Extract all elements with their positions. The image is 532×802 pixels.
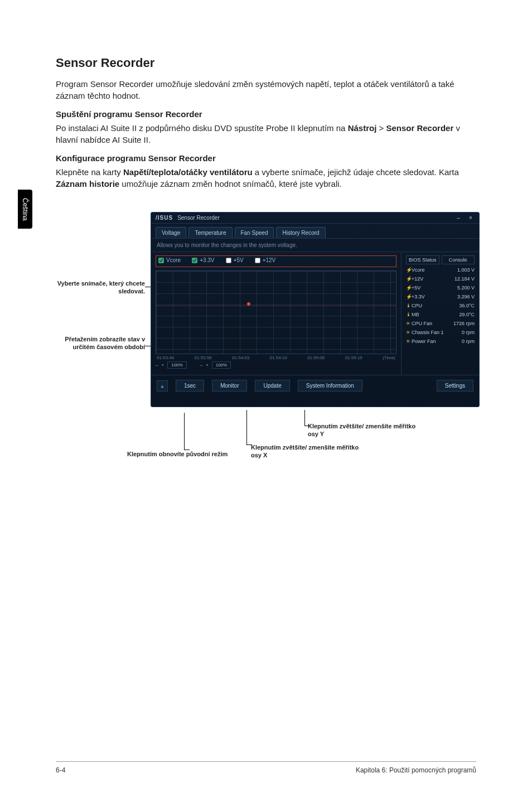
check-label: +5V — [234, 257, 244, 263]
page-title: Sensor Recorder — [56, 56, 476, 70]
fan-icon: ✳ — [406, 339, 412, 344]
page-number: 6-4 — [56, 766, 65, 774]
update-button[interactable]: Update — [255, 380, 289, 392]
config-text-b: a vyberte snímače, jejichž údaje chcete … — [253, 167, 459, 177]
tab-voltage[interactable]: Voltage — [156, 227, 186, 238]
side-tab-bios[interactable]: BIOS Status — [406, 255, 439, 264]
side-tab-console[interactable]: Console — [442, 255, 475, 264]
check-label: Vcore — [166, 257, 181, 263]
status-row: ✳Chassis Fan 10 rpm — [406, 329, 475, 336]
status-key: Power Fan — [412, 339, 436, 344]
side-language-tab: Čeština — [18, 190, 32, 229]
axis-tick: 01:55:08 — [307, 355, 325, 360]
leader-line — [184, 450, 190, 450]
thermometer-icon: 🌡 — [406, 312, 412, 317]
close-button[interactable]: × — [467, 215, 475, 221]
window-title: Sensor Recorder — [177, 215, 220, 221]
zoom-in-y-icon[interactable]: + — [206, 363, 209, 368]
app-logo-icon[interactable]: ⟁ — [157, 380, 168, 392]
status-key: +3.3V — [412, 294, 425, 299]
status-key: Vcore — [412, 267, 425, 273]
status-row: ⚡+12V12.184 V — [406, 276, 475, 282]
monitor-button[interactable]: Monitor — [212, 380, 247, 392]
page-footer: 6-4 Kapitola 6: Použití pomocných progra… — [56, 761, 476, 774]
config-bold1: Napětí/teplota/otáčky ventilátoru — [123, 167, 253, 177]
status-value: 1.003 V — [457, 267, 475, 273]
zoom-in-x-icon[interactable]: + — [161, 363, 164, 368]
chart-area: Vcore +3.3V +5V +12V 01:53:48 01:53:56 0… — [151, 252, 401, 375]
zoom-x-value: 100% — [167, 361, 186, 369]
check-5v[interactable]: +5V — [226, 257, 244, 263]
status-key: +12V — [412, 276, 423, 282]
bolt-icon: ⚡ — [406, 276, 412, 282]
status-key: +5V — [412, 285, 420, 291]
subheading-launch: Spuštění programu Sensor Recorder — [56, 109, 476, 119]
zoom-out-y-icon[interactable]: – — [200, 363, 202, 368]
zoom-y-value: 100% — [212, 361, 231, 369]
app-footer: ⟁ 1sec Monitor Update System Information… — [151, 375, 479, 396]
leader-line — [304, 410, 305, 426]
bolt-icon: ⚡ — [406, 294, 412, 299]
callout-select-sensors: Vyberte snímače, který chcete sledovat. — [56, 280, 145, 296]
launch-gt: > — [376, 123, 386, 133]
settings-button[interactable]: Settings — [437, 380, 473, 392]
axis-unit: (Time) — [383, 355, 395, 360]
status-row: 🌡MB29.0°C — [406, 311, 475, 318]
config-paragraph: Klepněte na karty Napětí/teplota/otáčky … — [56, 166, 476, 190]
callout-scale-x: Klepnutím zvětšíte/ zmenšíte měřítko osy… — [251, 444, 362, 460]
reset-interval-button[interactable]: 1sec — [176, 380, 204, 392]
axis-tick: 01:54:03 — [232, 355, 249, 360]
sensor-checkbox-row: Vcore +3.3V +5V +12V — [156, 255, 396, 267]
checkbox-icon[interactable] — [192, 258, 197, 263]
tab-fan-speed[interactable]: Fan Speed — [235, 227, 274, 238]
status-row: ⚡+5V5.200 V — [406, 284, 475, 291]
fan-icon: ✳ — [406, 321, 412, 326]
launch-tool: Nástroj — [348, 123, 377, 133]
leader-line — [246, 445, 252, 445]
screenshot-panel: /ISUS Sensor Recorder – × Voltage Temper… — [151, 212, 480, 407]
status-row: ✳Power Fan0 rpm — [406, 338, 475, 345]
brand-logo: /ISUS — [156, 215, 173, 221]
chart-grid[interactable] — [156, 270, 396, 354]
launch-paragraph: Po instalaci AI Suite II z podpůrného di… — [56, 122, 476, 146]
bolt-icon: ⚡ — [406, 267, 412, 273]
status-value: 5.200 V — [457, 285, 475, 291]
check-3v3[interactable]: +3.3V — [192, 257, 214, 263]
leader-line — [246, 410, 247, 445]
check-vcore[interactable]: Vcore — [158, 257, 181, 263]
config-text-c: umožňuje záznam změn hodnot snímačů, kte… — [119, 179, 342, 189]
minimize-button[interactable]: – — [454, 215, 462, 221]
checkbox-icon[interactable] — [255, 258, 260, 263]
launch-text-a: Po instalaci AI Suite II z podpůrného di… — [56, 123, 348, 133]
x-axis-labels: 01:53:48 01:53:56 01:54:03 01:54:10 01:5… — [156, 354, 396, 360]
status-value: 12.184 V — [454, 276, 475, 282]
tab-bar: Voltage Temperature Fan Speed History Re… — [151, 224, 479, 238]
checkbox-icon[interactable] — [226, 258, 231, 263]
status-row: ⚡+3.3V3.296 V — [406, 293, 475, 300]
config-text-a: Klepněte na karty — [56, 167, 123, 177]
thermometer-icon: 🌡 — [406, 303, 412, 308]
launch-sensor-recorder: Sensor Recorder — [386, 123, 453, 133]
status-value: 0 rpm — [462, 330, 475, 335]
status-value: 0 rpm — [462, 339, 475, 344]
chart-series-line — [156, 306, 396, 306]
status-sidebar: BIOS Status Console ⚡Vcore1.003 V ⚡+12V1… — [401, 252, 479, 375]
tab-temperature[interactable]: Temperature — [188, 227, 232, 238]
status-key: MB — [412, 312, 419, 317]
status-key: CPU Fan — [412, 321, 432, 326]
tab-history-record[interactable]: History Record — [276, 227, 325, 238]
leader-line — [304, 426, 310, 426]
check-12v[interactable]: +12V — [255, 257, 276, 263]
callout-drag-period: Přetažením zobrazíte stav v určitém časo… — [56, 336, 145, 351]
status-key: Chassis Fan 1 — [412, 330, 444, 335]
leader-line — [184, 413, 185, 450]
fan-icon: ✳ — [406, 330, 412, 335]
hint-text: Allows you to monitor the changes in the… — [151, 238, 479, 252]
config-bold2: Záznam historie — [56, 179, 119, 189]
system-info-button[interactable]: System Information — [298, 380, 362, 392]
bolt-icon: ⚡ — [406, 285, 412, 291]
axis-tick: 01:53:56 — [195, 355, 212, 360]
zoom-out-x-icon[interactable]: – — [156, 363, 158, 368]
checkbox-icon[interactable] — [158, 258, 164, 263]
chapter-label: Kapitola 6: Použití pomocných programů — [356, 766, 476, 774]
